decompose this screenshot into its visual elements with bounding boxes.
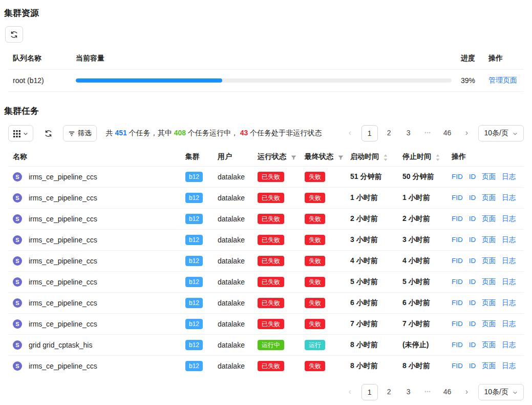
log-link[interactable]: 日志 <box>502 257 516 265</box>
next-page-button[interactable]: › <box>459 125 475 141</box>
fid-link[interactable]: FID <box>452 194 463 201</box>
summary-text: 个任务，其中 <box>127 129 174 137</box>
run-status-badge: 已失败 <box>258 319 284 329</box>
page-link[interactable]: 页面 <box>482 341 496 349</box>
fid-link[interactable]: FID <box>452 341 463 349</box>
fid-link[interactable]: FID <box>452 257 463 265</box>
id-link[interactable]: ID <box>469 236 476 244</box>
cluster-tag: b12 <box>185 256 203 266</box>
stopped-count: 43 <box>240 129 248 137</box>
page-link[interactable]: 页面 <box>482 362 496 370</box>
density-select-button[interactable] <box>8 125 33 141</box>
fid-link[interactable]: FID <box>452 320 463 328</box>
page-link[interactable]: 页面 <box>482 194 496 201</box>
col-header-action: 操作 <box>452 152 466 160</box>
task-name: irms_ce_pipeline_ccs <box>29 299 97 307</box>
col-header-user: 用户 <box>218 152 232 160</box>
log-link[interactable]: 日志 <box>502 278 516 286</box>
page-button-46[interactable]: 46 <box>439 125 456 141</box>
id-link[interactable]: ID <box>469 215 476 222</box>
id-link[interactable]: ID <box>469 320 476 328</box>
fid-link[interactable]: FID <box>452 278 463 286</box>
log-link[interactable]: 日志 <box>502 194 516 201</box>
page-link[interactable]: 页面 <box>482 299 496 307</box>
stop-time: (未停止) <box>402 340 429 349</box>
final-status-badge: 失败 <box>305 256 325 266</box>
id-link[interactable]: ID <box>469 362 476 370</box>
page-ellipsis[interactable]: ••• <box>420 125 436 141</box>
log-link[interactable]: 日志 <box>502 236 516 244</box>
col-header-queue: 队列名称 <box>13 54 41 62</box>
log-link[interactable]: 日志 <box>502 341 516 349</box>
prev-page-button[interactable]: ‹ <box>342 125 358 141</box>
cluster-tasks-title: 集群任务 <box>0 105 532 117</box>
user-name: datalake <box>218 173 245 181</box>
user-name: datalake <box>218 278 245 286</box>
page-button-1[interactable]: 1 <box>361 125 378 141</box>
sorter-icon[interactable] <box>436 153 440 161</box>
cluster-tag: b12 <box>185 319 203 329</box>
fid-link[interactable]: FID <box>452 362 463 370</box>
page-button-46[interactable]: 46 <box>439 384 456 400</box>
fid-link[interactable]: FID <box>452 236 463 244</box>
final-status-badge: 失败 <box>305 361 325 371</box>
run-status-badge: 已失败 <box>258 172 284 182</box>
queue-name: root (b12) <box>13 76 44 85</box>
stop-time: 3 小时前 <box>402 235 430 244</box>
page-link[interactable]: 页面 <box>482 173 496 180</box>
task-name: grid grid_cptask_his <box>29 341 93 349</box>
fid-link[interactable]: FID <box>452 173 463 180</box>
page-button-2[interactable]: 2 <box>381 384 397 400</box>
task-name: irms_ce_pipeline_ccs <box>29 194 97 202</box>
page-size-select[interactable]: 10条/页 <box>478 384 524 400</box>
tasks-toolbar: 筛选 共 451 个任务，其中 408 个任务运行中， 43 个任务处于非运行状… <box>8 125 524 141</box>
id-link[interactable]: ID <box>469 173 476 180</box>
id-link[interactable]: ID <box>469 341 476 349</box>
log-link[interactable]: 日志 <box>502 362 516 370</box>
stop-time: 2 小时前 <box>402 214 430 222</box>
total-count: 451 <box>115 129 127 137</box>
avatar: S <box>13 172 22 181</box>
id-link[interactable]: ID <box>469 257 476 265</box>
sorter-icon[interactable] <box>384 153 388 161</box>
filter-button[interactable]: 筛选 <box>63 125 97 141</box>
page-size-select[interactable]: 10条/页 <box>478 125 524 141</box>
id-link[interactable]: ID <box>469 278 476 286</box>
log-link[interactable]: 日志 <box>502 173 516 180</box>
avatar: S <box>13 319 22 329</box>
page-button-3[interactable]: 3 <box>400 384 417 400</box>
page-link[interactable]: 页面 <box>482 215 496 222</box>
id-link[interactable]: ID <box>469 299 476 307</box>
refresh-resources-button[interactable] <box>5 26 23 43</box>
log-link[interactable]: 日志 <box>502 320 516 328</box>
page-button-3[interactable]: 3 <box>400 125 417 141</box>
page-link[interactable]: 页面 <box>482 278 496 286</box>
user-name: datalake <box>218 215 245 223</box>
stop-time: 8 小时前 <box>402 361 430 370</box>
log-link[interactable]: 日志 <box>502 299 516 307</box>
page-button-1[interactable]: 1 <box>361 384 378 400</box>
fid-link[interactable]: FID <box>452 299 463 307</box>
id-link[interactable]: ID <box>469 194 476 201</box>
col-header-action: 操作 <box>488 54 503 62</box>
task-name: irms_ce_pipeline_ccs <box>29 278 97 286</box>
next-page-button[interactable]: › <box>459 384 475 400</box>
filter-funnel-icon[interactable] <box>338 153 344 161</box>
task-name: irms_ce_pipeline_ccs <box>29 173 97 181</box>
refresh-tasks-button[interactable] <box>39 125 57 141</box>
refresh-icon <box>45 129 52 137</box>
filter-funnel-icon[interactable] <box>291 153 296 161</box>
prev-page-button[interactable]: ‹ <box>342 384 358 400</box>
fid-link[interactable]: FID <box>452 215 463 222</box>
summary-text: 个任务运行中， <box>186 129 240 137</box>
col-header-run-status: 运行状态 <box>258 152 286 160</box>
avatar: S <box>13 340 22 350</box>
page-link[interactable]: 页面 <box>482 257 496 265</box>
log-link[interactable]: 日志 <box>502 215 516 222</box>
page-ellipsis[interactable]: ••• <box>420 384 436 400</box>
manage-page-link[interactable]: 管理页面 <box>488 76 517 84</box>
page-button-2[interactable]: 2 <box>381 125 397 141</box>
page-link[interactable]: 页面 <box>482 320 496 328</box>
run-status-badge: 运行中 <box>258 340 284 350</box>
page-link[interactable]: 页面 <box>482 236 496 244</box>
